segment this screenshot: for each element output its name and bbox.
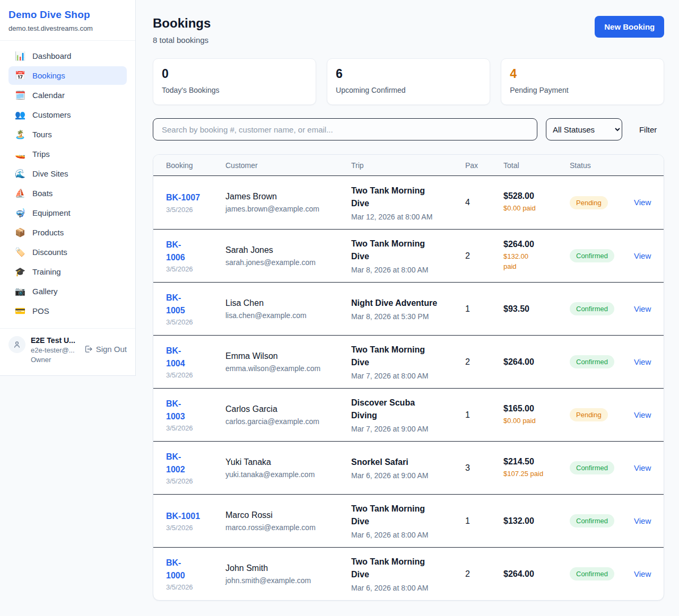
spiral-calendar-icon: 🗓️ xyxy=(15,91,25,100)
pax-count: 2 xyxy=(465,357,503,367)
trip-cell: Discover Scuba Diving Mar 7, 2026 at 9:0… xyxy=(351,397,465,433)
trip-datetime: Mar 6, 2026 at 8:00 AM xyxy=(351,531,465,539)
total-cell: $93.50 xyxy=(503,304,570,314)
customer-cell: Marco Rossi marco.rossi@example.com xyxy=(225,511,351,532)
user-email: e2e-tester@... xyxy=(31,346,75,354)
trip-cell: Two Tank Morning Dive Mar 12, 2026 at 8:… xyxy=(351,184,465,221)
trip-name: Two Tank Morning Dive xyxy=(351,184,465,210)
pax-count: 1 xyxy=(465,516,503,526)
view-link[interactable]: View xyxy=(634,304,651,313)
sidebar-item-label: Boats xyxy=(32,189,53,198)
trip-datetime: Mar 8, 2026 at 5:30 PM xyxy=(351,312,465,321)
customer-cell: Emma Wilson emma.wilson@example.com xyxy=(225,351,351,373)
sidebar-item-pos[interactable]: 💳 POS xyxy=(8,302,127,320)
sidebar-item-products[interactable]: 📦 Products xyxy=(8,223,127,242)
trip-name: Two Tank Morning Dive xyxy=(351,237,465,263)
booking-link[interactable]: BK-1001 xyxy=(166,510,200,522)
sidebar-item-label: Training xyxy=(32,267,61,276)
booking-cell: BK- 1006 3/5/2026 xyxy=(166,239,225,272)
view-link[interactable]: View xyxy=(634,357,651,366)
booking-date: 3/5/2026 xyxy=(166,424,225,432)
pax-count: 3 xyxy=(465,463,503,473)
booking-date: 3/5/2026 xyxy=(166,477,225,485)
new-booking-button[interactable]: New Booking xyxy=(595,16,664,38)
booking-link[interactable]: BK-1007 xyxy=(166,191,200,204)
booking-date: 3/5/2026 xyxy=(166,371,225,379)
trip-datetime: Mar 8, 2026 at 8:00 AM xyxy=(351,266,465,274)
view-link[interactable]: View xyxy=(634,410,651,419)
sidebar-item-equipment[interactable]: 🤿 Equipment xyxy=(8,204,127,222)
package-icon: 📦 xyxy=(15,228,25,237)
brand-block: Demo Dive Shop demo.test.divestreams.com xyxy=(0,0,135,41)
table-row: BK-1001 3/5/2026 Marco Rossi marco.rossi… xyxy=(153,494,664,547)
status-badge: Pending xyxy=(570,408,608,421)
user-icon xyxy=(13,340,21,349)
view-link[interactable]: View xyxy=(634,463,651,472)
booking-link[interactable]: BK- 1004 xyxy=(166,345,185,369)
total-cell: $264.00 xyxy=(503,569,570,579)
total-amount: $132.00 xyxy=(503,516,570,526)
stats-row: 0 Today's Bookings 6 Upcoming Confirmed … xyxy=(153,58,664,105)
sidebar-item-discounts[interactable]: 🏷️ Discounts xyxy=(8,243,127,261)
total-cell: $264.00 $132.00 paid xyxy=(503,240,570,272)
paid-amount: $107.25 paid xyxy=(503,469,570,479)
customer-name: John Smith xyxy=(225,564,351,573)
view-link[interactable]: View xyxy=(634,569,651,578)
column-header-total: Total xyxy=(503,161,570,170)
sign-out-button[interactable]: Sign Out xyxy=(84,345,127,354)
stat-value: 4 xyxy=(510,67,655,81)
customer-name: Sarah Jones xyxy=(225,245,351,255)
stat-card: 4 Pending Payment xyxy=(501,58,664,105)
trip-name: Discover Scuba Diving xyxy=(351,397,465,422)
view-link[interactable]: View xyxy=(634,198,651,207)
total-cell: $528.00 $0.00 paid xyxy=(503,191,570,214)
sidebar-item-boats[interactable]: ⛵ Boats xyxy=(8,184,127,203)
trip-name: Two Tank Morning Dive xyxy=(351,556,465,581)
status-select[interactable]: All Statuses xyxy=(546,118,622,140)
pax-count: 1 xyxy=(465,304,503,314)
sidebar-item-label: Calendar xyxy=(32,91,65,100)
total-amount: $264.00 xyxy=(503,357,570,367)
trip-name: Two Tank Morning Dive xyxy=(351,503,465,528)
booking-cell: BK- 1002 3/5/2026 xyxy=(166,451,225,485)
sidebar-item-label: Dive Sites xyxy=(32,169,68,178)
search-input[interactable] xyxy=(153,118,537,140)
booking-link[interactable]: BK- 1005 xyxy=(166,292,185,316)
sidebar-item-bookings[interactable]: 📅 Bookings xyxy=(8,66,127,85)
action-cell: View xyxy=(634,410,651,420)
column-header-status: Status xyxy=(570,161,634,170)
total-cell: $264.00 xyxy=(503,357,570,367)
sidebar-item-trips[interactable]: 🚤 Trips xyxy=(8,145,127,163)
trip-name: Night Dive Adventure xyxy=(351,297,465,310)
sidebar-item-training[interactable]: 🎓 Training xyxy=(8,262,127,281)
pax-count: 2 xyxy=(465,569,503,579)
sidebar-item-dashboard[interactable]: 📊 Dashboard xyxy=(8,47,127,65)
customer-name: Yuki Tanaka xyxy=(225,457,351,467)
customer-cell: Yuki Tanaka yuki.tanaka@example.com xyxy=(225,457,351,479)
sidebar-item-gallery[interactable]: 📷 Gallery xyxy=(8,282,127,301)
page-header: Bookings 8 total bookings New Booking xyxy=(153,16,664,45)
action-cell: View xyxy=(634,463,651,473)
trip-cell: Snorkel Safari Mar 6, 2026 at 9:00 AM xyxy=(351,456,465,480)
bar-chart-icon: 📊 xyxy=(15,52,25,60)
booking-link[interactable]: BK- 1002 xyxy=(166,451,185,475)
trip-cell: Night Dive Adventure Mar 8, 2026 at 5:30… xyxy=(351,297,465,321)
filter-button[interactable]: Filter xyxy=(632,125,664,134)
view-link[interactable]: View xyxy=(634,251,651,260)
sidebar-item-dive-sites[interactable]: 🌊 Dive Sites xyxy=(8,164,127,183)
sidebar-item-customers[interactable]: 👥 Customers xyxy=(8,105,127,124)
column-header-trip: Trip xyxy=(351,161,465,170)
total-amount: $93.50 xyxy=(503,304,570,314)
action-cell: View xyxy=(634,569,651,579)
logout-icon xyxy=(84,345,93,354)
booking-link[interactable]: BK- 1006 xyxy=(166,239,185,263)
trip-name: Snorkel Safari xyxy=(351,456,465,469)
booking-link[interactable]: BK- 1003 xyxy=(166,398,185,422)
sidebar-item-tours[interactable]: 🏝️ Tours xyxy=(8,125,127,144)
table-row: BK- 1002 3/5/2026 Yuki Tanaka yuki.tanak… xyxy=(153,441,664,494)
view-link[interactable]: View xyxy=(634,516,651,525)
trip-datetime: Mar 6, 2026 at 9:00 AM xyxy=(351,471,465,480)
island-icon: 🏝️ xyxy=(15,130,25,139)
booking-link[interactable]: BK- 1000 xyxy=(166,557,185,581)
sidebar-item-calendar[interactable]: 🗓️ Calendar xyxy=(8,86,127,104)
